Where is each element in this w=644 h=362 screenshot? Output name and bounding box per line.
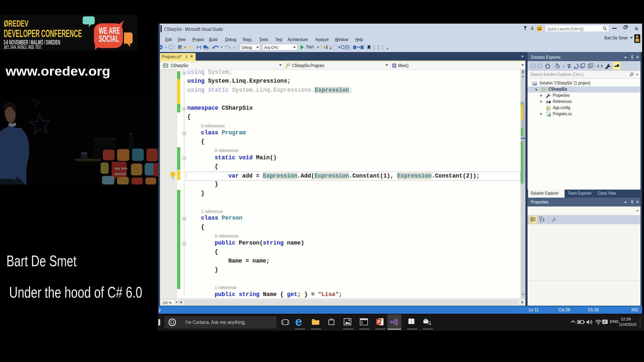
svg-text:Z: Z	[540, 220, 541, 223]
svg-text:SOCIAL: SOCIAL	[99, 33, 119, 44]
svg-text:P: P	[377, 320, 380, 324]
svg-text:#: #	[549, 114, 550, 117]
